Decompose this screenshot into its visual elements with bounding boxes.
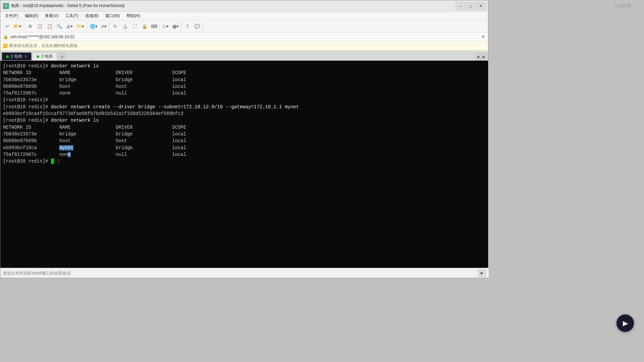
toolbar: ↩ 📂▾ ⚙ 📋 📋 🔍 🖨▾ 📁▾ 🌐▾ A▾ ↻ ⚓ ⛶ 🔒 ⌨ ▷▾ ▦▾ xyxy=(0,20,488,33)
tab-prev-button[interactable]: ◀ xyxy=(475,53,481,60)
terminal-line-1: [root@10 redis]# docker network ls xyxy=(3,63,485,69)
toolbar-group-extra: ▷▾ ▦▾ xyxy=(161,22,181,31)
tab-1-label: 1 电商 xyxy=(11,54,22,59)
minimize-button[interactable]: ─ xyxy=(456,2,465,10)
tab-2-label: 2 电商 xyxy=(41,54,53,59)
toolbar-rotate-button[interactable]: ↻ xyxy=(111,22,120,31)
toolbar-group-actions: ⚙ 📋 📋 🔍 🖨▾ 📁▾ xyxy=(25,22,87,31)
send-text-input[interactable] xyxy=(3,271,477,276)
tab-add-button[interactable]: + xyxy=(58,53,66,60)
app-icon: ⚡ xyxy=(3,3,9,9)
terminal-line-15: [root@10 redis]# | xyxy=(3,158,485,165)
ssh-address-bar: 🔒 ssh://root:*******@192.168.56.10:22 ▼ xyxy=(0,33,488,41)
bottom-bar: ▶ xyxy=(0,268,489,278)
terminal-line-9: [root@10 redis]# docker network ls xyxy=(3,117,485,124)
tab-2-dot xyxy=(37,55,39,58)
tabbar: 1 电商 ✕ 2 电商 + ◀ ▶ xyxy=(0,51,488,61)
toolbar-group-nav: ↩ 📂▾ xyxy=(2,22,24,31)
close-button[interactable]: ✕ xyxy=(476,2,485,10)
hint-arrow-icon: → xyxy=(3,44,8,48)
terminal-line-2: NETWORK ID NAME DRIVER SCOPE xyxy=(3,69,485,76)
terminal-line-6: [root@10 redis]# xyxy=(3,97,485,103)
terminal-line-8: eb993bcf19ca4f15ccaf97730fae96fb7bd91b54… xyxy=(3,110,485,117)
tab-1[interactable]: 1 电商 ✕ xyxy=(2,52,32,60)
ssh-dropdown-arrow[interactable]: ▼ xyxy=(481,34,485,39)
menu-tools[interactable]: 工具(T) xyxy=(62,12,82,19)
menu-help[interactable]: 帮助(H) xyxy=(123,12,144,19)
terminal-line-14: 75af8172007c none null local xyxy=(3,151,485,158)
titlebar: ⚡ 电商 - root@10:/mydata/redis - Xshell 5 … xyxy=(0,0,488,12)
toolbar-group-view: 🌐▾ A▾ xyxy=(88,22,109,31)
toolbar-chat-button[interactable]: 💬 xyxy=(193,22,202,31)
maximize-button[interactable]: □ xyxy=(466,2,475,10)
toolbar-script-dropdown[interactable]: ▷▾ xyxy=(161,22,170,31)
toolbar-key-button[interactable]: ⌨ xyxy=(150,22,159,31)
menu-edit[interactable]: 编辑(E) xyxy=(21,12,42,19)
toolbar-properties-button[interactable]: ⚙ xyxy=(25,22,35,31)
window-title: 电商 - root@10:/mydata/redis - Xshell 5 (F… xyxy=(11,3,456,9)
terminal-line-5: 75af8172007c none null local xyxy=(3,90,485,97)
terminal-line-12: 8b088e87b69b host host local xyxy=(3,137,485,144)
menu-file[interactable]: 文件(F) xyxy=(2,12,21,19)
watermark: Lzj加油 xyxy=(615,3,631,9)
toolbar-anchor-button[interactable]: ⚓ xyxy=(120,22,130,31)
tab-1-close[interactable]: ✕ xyxy=(24,54,27,59)
terminal-line-11: 7b038e23573e bridge bridge local xyxy=(3,131,485,137)
toolbar-lock-button[interactable]: 🔒 xyxy=(140,22,149,31)
toolbar-group-misc: ↻ ⚓ ⛶ 🔒 ⌨ xyxy=(110,22,160,31)
toolbar-fullscreen-button[interactable]: ⛶ xyxy=(130,22,140,31)
terminal-line-3: 7b038e23573e bridge bridge local xyxy=(3,76,485,83)
toolbar-copy-button[interactable]: 📋 xyxy=(35,22,45,31)
window-controls: ─ □ ✕ xyxy=(456,2,485,10)
toolbar-print-dropdown[interactable]: 🖨▾ xyxy=(64,22,74,31)
tab-2[interactable]: 2 电商 xyxy=(32,52,57,60)
toolbar-help-button[interactable]: ? xyxy=(183,22,192,31)
terminal-cursor xyxy=(51,159,54,164)
menu-window[interactable]: 窗口(W) xyxy=(102,12,123,19)
hint-bar: → 要添加当前会话，点击左侧的箭头按钮. xyxy=(0,41,488,51)
ssh-address: ssh://root:*******@192.168.56.10:22 xyxy=(10,35,74,39)
toolbar-layout-dropdown[interactable]: ▦▾ xyxy=(171,22,180,31)
terminal-line-4: 8b088e87b69b host host local xyxy=(3,83,485,90)
ssh-lock-icon: 🔒 xyxy=(3,34,8,39)
toolbar-paste-button[interactable]: 📋 xyxy=(45,22,54,31)
tab-navigation: ◀ ▶ xyxy=(475,53,487,60)
toolbar-back-button[interactable]: ↩ xyxy=(2,22,12,31)
tab-next-button[interactable]: ▶ xyxy=(481,53,487,60)
terminal[interactable]: [root@10 redis]# docker network ls NETWO… xyxy=(0,61,488,269)
main-window: ⚡ 电商 - root@10:/mydata/redis - Xshell 5 … xyxy=(0,0,488,278)
toolbar-globe-dropdown[interactable]: 🌐▾ xyxy=(88,22,99,31)
terminal-line-13: eb993bcf19ca mynet bridge local xyxy=(3,144,485,151)
tab-1-dot xyxy=(6,55,9,58)
toolbar-file-dropdown[interactable]: 📁▾ xyxy=(75,22,86,31)
menu-view[interactable]: 查看(V) xyxy=(42,12,62,19)
menu-options[interactable]: 选项(B) xyxy=(82,12,102,19)
toolbar-group-tools: ? 💬 xyxy=(182,22,203,31)
send-button[interactable]: ▶ xyxy=(478,269,486,277)
terminal-line-10: NETWORK ID NAME DRIVER SCOPE xyxy=(3,124,485,131)
floating-play-button[interactable]: ▶ xyxy=(616,314,634,332)
toolbar-open-dropdown[interactable]: 📂▾ xyxy=(12,22,23,31)
toolbar-font-dropdown[interactable]: A▾ xyxy=(100,22,108,31)
toolbar-search-button[interactable]: 🔍 xyxy=(55,22,64,31)
hint-text: 要添加当前会话，点击左侧的箭头按钮. xyxy=(9,43,78,49)
terminal-line-7: [root@10 redis]# docker network create -… xyxy=(3,104,485,110)
floating-play-icon: ▶ xyxy=(623,319,628,327)
menubar: 文件(F) 编辑(E) 查看(V) 工具(T) 选项(B) 窗口(W) 帮助(H… xyxy=(0,12,488,20)
